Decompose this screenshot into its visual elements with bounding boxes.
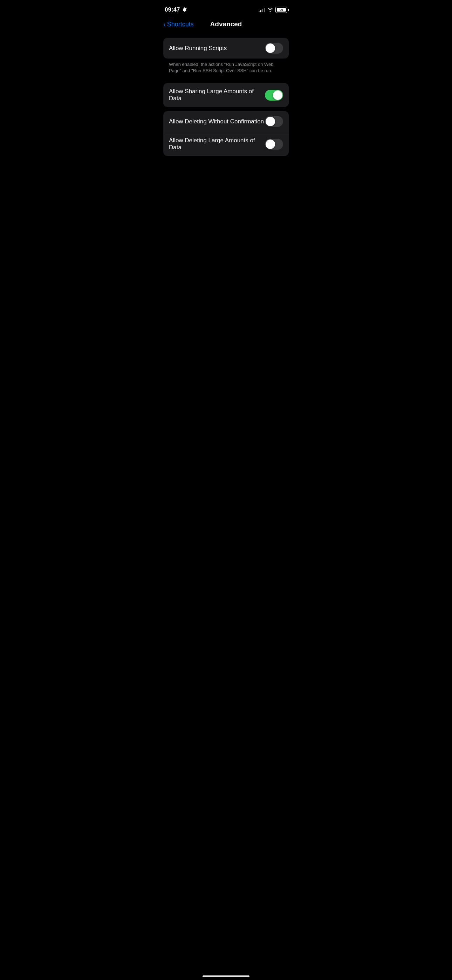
status-time-area: 09:47 xyxy=(165,6,188,13)
signal-bar-1 xyxy=(259,11,259,12)
signal-bar-3 xyxy=(262,9,263,12)
deleting-section: Allow Deleting Without Confirmation Allo… xyxy=(163,111,289,156)
toggle-thumb xyxy=(266,43,275,53)
allow-deleting-large-data-toggle[interactable] xyxy=(265,139,283,150)
allow-running-scripts-toggle[interactable] xyxy=(265,43,283,54)
back-button[interactable]: ‹ Shortcuts xyxy=(163,21,194,28)
allow-deleting-without-confirmation-toggle[interactable] xyxy=(265,116,283,127)
battery-tip xyxy=(288,9,289,11)
allow-sharing-large-data-toggle[interactable] xyxy=(265,90,283,100)
allow-running-scripts-label: Allow Running Scripts xyxy=(169,45,265,52)
sharing-section: Allow Sharing Large Amounts of Data xyxy=(163,83,289,107)
allow-deleting-without-confirmation-row: Allow Deleting Without Confirmation xyxy=(163,111,289,132)
wifi-icon xyxy=(267,7,273,12)
toggle-thumb xyxy=(273,91,282,100)
toggle-track xyxy=(265,116,283,127)
status-right-area: 99 xyxy=(259,7,287,13)
scripts-description: When enabled, the actions "Run JavaScrip… xyxy=(163,59,289,79)
time-display: 09:47 xyxy=(165,6,180,13)
allow-sharing-large-data-row: Allow Sharing Large Amounts of Data xyxy=(163,83,289,107)
status-bar: 09:47 99 xyxy=(158,0,294,18)
allow-deleting-large-data-row: Allow Deleting Large Amounts of Data xyxy=(163,132,289,156)
signal-bar-2 xyxy=(260,10,261,12)
allow-running-scripts-row: Allow Running Scripts xyxy=(163,38,289,59)
toggle-thumb xyxy=(266,117,275,126)
settings-content: Allow Running Scripts When enabled, the … xyxy=(158,32,294,156)
scripts-section: Allow Running Scripts When enabled, the … xyxy=(163,38,289,79)
battery-icon: 99 xyxy=(275,7,287,13)
allow-deleting-without-confirmation-label: Allow Deleting Without Confirmation xyxy=(169,118,265,125)
sharing-card: Allow Sharing Large Amounts of Data xyxy=(163,83,289,107)
page-title: Advanced xyxy=(210,20,242,28)
nav-bar: ‹ Shortcuts Advanced xyxy=(158,18,294,32)
deleting-card: Allow Deleting Without Confirmation Allo… xyxy=(163,111,289,156)
back-label: Shortcuts xyxy=(167,21,194,28)
battery-fill: 99 xyxy=(277,8,286,11)
toggle-track xyxy=(265,139,283,150)
toggle-track xyxy=(265,90,283,100)
bell-icon xyxy=(182,7,188,13)
signal-bar-4 xyxy=(264,8,265,12)
toggle-thumb xyxy=(266,140,275,149)
signal-bars xyxy=(259,7,265,12)
allow-deleting-large-data-label: Allow Deleting Large Amounts of Data xyxy=(169,137,265,151)
scripts-card: Allow Running Scripts xyxy=(163,38,289,59)
battery-level: 99 xyxy=(280,8,283,11)
svg-line-0 xyxy=(186,8,187,8)
toggle-track xyxy=(265,43,283,54)
allow-sharing-large-data-label: Allow Sharing Large Amounts of Data xyxy=(169,88,265,102)
back-chevron-icon: ‹ xyxy=(163,21,166,28)
